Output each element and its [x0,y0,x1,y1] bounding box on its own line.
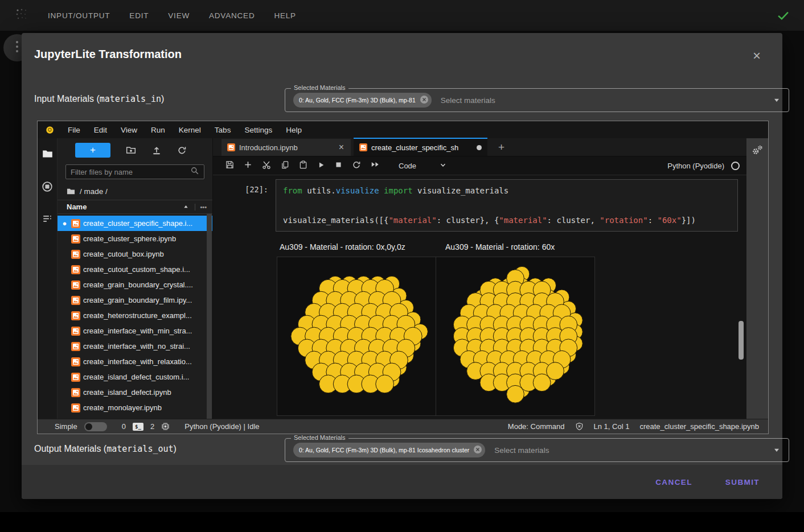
select-materials-placeholder: Select materials [441,96,495,105]
material-chip-label: 0: Au, Gold, FCC (Fm-3m) 3D (Bulk), mp-8… [299,97,416,104]
input-materials-picker[interactable]: Selected Materials 0: Au, Gold, FCC (Fm-… [285,88,789,112]
file-browser-tab-icon[interactable] [42,149,53,159]
jupyter-menu-kernel[interactable]: Kernel [172,126,208,134]
simple-mode-toggle[interactable] [84,422,107,431]
jupyter-menu-run[interactable]: Run [144,126,172,134]
copy-cells-button[interactable] [281,160,289,171]
file-list-scrollbar[interactable] [207,214,212,419]
jupyterlite-logo-icon [46,126,56,134]
gold-cluster-visualization[interactable] [436,257,594,415]
add-cell-button[interactable] [244,160,252,171]
cell-type-select[interactable]: Code [399,161,447,171]
kernel-indicator[interactable]: Python (Pyodide) [667,162,740,170]
file-item[interactable]: create_cutout_custom_shape.i... [58,262,212,277]
kernel-chip-icon[interactable] [161,422,170,431]
toggle-knob [85,423,92,430]
dialog-title: JupyterLite Transformation [34,48,182,61]
stop-button[interactable] [335,161,342,170]
notebook-file-icon [71,357,80,366]
output-materials-picker[interactable]: Selected Materials 0: Au, Gold, FCC (Fm-… [285,438,789,462]
file-item[interactable]: ●create_cluster_specific_shape.i... [58,216,212,231]
dropdown-caret-icon[interactable] [773,446,781,454]
restart-run-all-button[interactable] [371,160,380,170]
file-item[interactable]: create_interface_with_relaxatio... [58,354,212,369]
file-browser: + / made / Name [58,138,213,419]
not-trusted-shield-icon[interactable] [575,422,584,431]
jupyter-menu-file[interactable]: File [61,126,87,134]
code-cell[interactable]: [22]: from utils.visualize import visual… [213,179,746,232]
jupyter-menu-tabs[interactable]: Tabs [208,126,238,134]
material-visualization-pane[interactable] [436,257,595,416]
column-options-icon[interactable]: ••• [195,204,207,211]
chip-remove-icon[interactable] [420,95,429,105]
new-tab-button[interactable]: + [495,141,508,154]
appbar-menu-input-output[interactable]: INPUT/OUTPUT [44,8,113,23]
new-launcher-button[interactable]: + [75,143,110,158]
close-tab-icon[interactable]: × [338,142,345,152]
notebook-tab[interactable]: Introduction.ipynb× [221,139,351,156]
close-dialog-icon[interactable]: × [748,47,765,65]
app-logo-icon[interactable] [15,7,28,23]
file-item[interactable]: create_cluster_sphere.ipynb [58,231,212,246]
paste-cells-button[interactable] [299,160,307,171]
code-token: visualize [336,186,379,195]
notebook-file-icon [227,143,235,151]
jupyter-menu-view[interactable]: View [114,126,144,134]
dropdown-caret-icon[interactable] [773,96,781,104]
material-visualization-pane[interactable] [277,257,436,416]
run-button[interactable] [317,161,325,171]
plus-icon [244,160,252,171]
new-folder-button[interactable] [126,145,136,155]
file-item[interactable]: create_grain_boundary_film.ipy... [58,292,212,308]
file-item[interactable]: create_grain_boundary_crystal.... [58,277,212,292]
settings-gears-icon[interactable] [752,145,764,419]
command-mode-indicator[interactable]: Mode: Command [508,422,565,431]
file-name: create_island_defect_custom.i... [83,373,189,381]
chip-remove-icon[interactable] [473,445,482,455]
cursor-position[interactable]: Ln 1, Col 1 [594,422,630,431]
save-button[interactable] [225,160,234,171]
gold-cluster-visualization[interactable] [277,257,436,415]
appbar-menu-help[interactable]: HELP [270,8,299,23]
material-chip[interactable]: 0: Au, Gold, FCC (Fm-3m) 3D (Bulk), mp-8… [293,93,432,108]
file-item[interactable]: create_island_defect_custom.i... [58,369,212,385]
simple-mode-label: Simple [55,422,77,431]
code-token: "rotation" [600,216,647,225]
kebab-menu-icon [15,40,19,55]
refresh-file-list-button[interactable] [177,146,187,155]
kernel-status-text[interactable]: Python (Pyodide) | Idle [184,422,259,431]
breadcrumb[interactable]: / made / [58,183,212,200]
running-kernels-tab-icon[interactable] [42,181,53,192]
file-item[interactable]: create_interface_with_min_stra... [58,323,212,339]
file-item[interactable]: create_island_defect.ipynb [58,385,212,400]
notebook-scrollbar[interactable] [739,321,744,360]
notebook-file-icon [71,373,80,382]
cancel-button[interactable]: CANCEL [649,473,699,491]
jupyter-menu-help[interactable]: Help [279,126,309,134]
restart-kernel-button[interactable] [352,160,361,171]
unsaved-changes-indicator [477,145,482,150]
file-item[interactable]: create_interface_with_no_strai... [58,339,212,354]
appbar-menu-view[interactable]: VIEW [165,8,193,23]
jupyter-menu-settings[interactable]: Settings [237,126,279,134]
upload-button[interactable] [151,145,162,155]
file-item[interactable]: create_monolayer.ipynb [58,400,212,415]
submit-button[interactable]: SUBMIT [719,473,766,491]
file-item[interactable]: create_cutout_box.ipynb [58,246,212,262]
table-of-contents-tab-icon[interactable] [42,214,52,224]
file-list-header[interactable]: Name ••• [58,200,212,214]
cut-cells-button[interactable] [262,160,271,171]
appbar-menu-edit[interactable]: EDIT [126,8,152,23]
tab-label: Introduction.ipynb [239,143,334,152]
file-item[interactable]: create_heterostructure_exampl... [58,308,212,323]
terminal-icon[interactable]: $_ [133,423,143,431]
material-chip[interactable]: 0: Au, Gold, FCC (Fm-3m) 3D (Bulk), mp-8… [293,443,485,457]
jupyter-menu-edit[interactable]: Edit [87,126,114,134]
kernels-count: 2 [150,422,154,431]
appbar-menu-advanced[interactable]: ADVANCED [206,8,258,23]
filter-files-input[interactable] [71,168,190,176]
notebook-tab[interactable]: create_cluster_specific_sh [354,138,487,156]
file-name: create_heterostructure_exampl... [83,311,192,320]
code-editor[interactable]: from utils.visualize import visualize_ma… [276,179,738,232]
name-column-header[interactable]: Name [67,203,87,211]
